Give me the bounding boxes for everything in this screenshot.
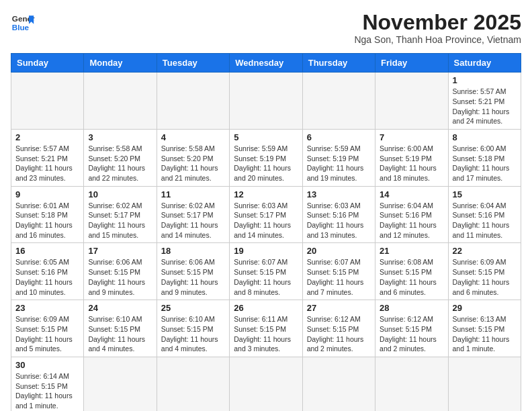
day-info: Sunrise: 6:07 AM Sunset: 5:15 PM Dayligh…: [234, 257, 298, 297]
day-number: 16: [15, 246, 79, 256]
calendar-cell: [230, 357, 302, 411]
calendar-cell: 20Sunrise: 6:07 AM Sunset: 5:15 PM Dayli…: [302, 243, 375, 300]
calendar-cell: 18Sunrise: 6:06 AM Sunset: 5:15 PM Dayli…: [157, 243, 229, 300]
day-number: 22: [453, 246, 517, 256]
calendar-cell: 21Sunrise: 6:08 AM Sunset: 5:15 PM Dayli…: [375, 243, 448, 300]
day-info: Sunrise: 6:02 AM Sunset: 5:17 PM Dayligh…: [88, 201, 152, 240]
day-number: 19: [234, 246, 298, 256]
day-number: 24: [88, 303, 152, 313]
calendar-week-row: 30Sunrise: 6:14 AM Sunset: 5:15 PM Dayli…: [11, 357, 521, 411]
day-of-week-header: Sunday: [11, 54, 84, 73]
day-of-week-header: Tuesday: [157, 54, 229, 73]
day-number: 21: [380, 246, 443, 256]
day-info: Sunrise: 6:09 AM Sunset: 5:15 PM Dayligh…: [15, 314, 79, 354]
day-of-week-header: Saturday: [448, 54, 521, 73]
calendar-cell: 22Sunrise: 6:09 AM Sunset: 5:15 PM Dayli…: [448, 243, 521, 300]
day-info: Sunrise: 6:01 AM Sunset: 5:18 PM Dayligh…: [15, 201, 79, 240]
day-number: 7: [380, 132, 443, 142]
day-of-week-header: Friday: [375, 54, 448, 73]
calendar-cell: [84, 73, 157, 130]
day-info: Sunrise: 6:14 AM Sunset: 5:15 PM Dayligh…: [15, 371, 79, 411]
calendar-cell: 6Sunrise: 5:59 AM Sunset: 5:19 PM Daylig…: [302, 129, 375, 186]
day-number: 17: [88, 246, 152, 256]
day-info: Sunrise: 5:59 AM Sunset: 5:19 PM Dayligh…: [307, 144, 371, 183]
calendar-cell: 11Sunrise: 6:02 AM Sunset: 5:17 PM Dayli…: [157, 186, 229, 243]
day-info: Sunrise: 6:12 AM Sunset: 5:15 PM Dayligh…: [307, 314, 371, 354]
day-number: 2: [15, 132, 79, 142]
calendar-cell: 12Sunrise: 6:03 AM Sunset: 5:17 PM Dayli…: [230, 186, 302, 243]
calendar-cell: 26Sunrise: 6:11 AM Sunset: 5:15 PM Dayli…: [230, 300, 302, 357]
day-number: 3: [88, 132, 152, 142]
calendar-cell: [302, 73, 375, 130]
day-info: Sunrise: 5:58 AM Sunset: 5:20 PM Dayligh…: [88, 144, 152, 183]
location-subtitle: Nga Son, Thanh Hoa Province, Vietnam: [354, 34, 521, 45]
day-number: 11: [161, 189, 225, 199]
calendar-cell: [157, 357, 229, 411]
calendar-cell: 28Sunrise: 6:12 AM Sunset: 5:15 PM Dayli…: [375, 300, 448, 357]
day-number: 8: [453, 132, 517, 142]
day-number: 30: [15, 360, 79, 370]
day-info: Sunrise: 6:13 AM Sunset: 5:15 PM Dayligh…: [453, 314, 517, 354]
day-info: Sunrise: 6:03 AM Sunset: 5:16 PM Dayligh…: [307, 201, 371, 240]
day-info: Sunrise: 6:00 AM Sunset: 5:18 PM Dayligh…: [453, 144, 517, 183]
calendar-week-row: 1Sunrise: 5:57 AM Sunset: 5:21 PM Daylig…: [11, 73, 521, 130]
day-info: Sunrise: 6:04 AM Sunset: 5:16 PM Dayligh…: [453, 201, 517, 240]
calendar-cell: [302, 357, 375, 411]
calendar-cell: 4Sunrise: 5:58 AM Sunset: 5:20 PM Daylig…: [157, 129, 229, 186]
day-number: 14: [380, 189, 443, 199]
day-number: 6: [307, 132, 371, 142]
calendar-cell: [157, 73, 229, 130]
day-info: Sunrise: 6:02 AM Sunset: 5:17 PM Dayligh…: [161, 201, 225, 240]
calendar-week-row: 9Sunrise: 6:01 AM Sunset: 5:18 PM Daylig…: [11, 186, 521, 243]
calendar-cell: 7Sunrise: 6:00 AM Sunset: 5:19 PM Daylig…: [375, 129, 448, 186]
day-info: Sunrise: 6:08 AM Sunset: 5:15 PM Dayligh…: [380, 257, 443, 297]
day-number: 9: [15, 189, 79, 199]
calendar-cell: 3Sunrise: 5:58 AM Sunset: 5:20 PM Daylig…: [84, 129, 157, 186]
day-number: 28: [380, 303, 443, 313]
calendar-cell: [448, 357, 521, 411]
day-info: Sunrise: 6:04 AM Sunset: 5:16 PM Dayligh…: [380, 201, 443, 240]
day-info: Sunrise: 6:12 AM Sunset: 5:15 PM Dayligh…: [380, 314, 443, 354]
day-info: Sunrise: 5:57 AM Sunset: 5:21 PM Dayligh…: [15, 144, 79, 183]
day-number: 1: [453, 75, 517, 85]
day-info: Sunrise: 6:10 AM Sunset: 5:15 PM Dayligh…: [88, 314, 152, 354]
calendar-cell: 27Sunrise: 6:12 AM Sunset: 5:15 PM Dayli…: [302, 300, 375, 357]
day-number: 26: [234, 303, 298, 313]
day-number: 29: [453, 303, 517, 313]
calendar-cell: 10Sunrise: 6:02 AM Sunset: 5:17 PM Dayli…: [84, 186, 157, 243]
calendar-cell: 16Sunrise: 6:05 AM Sunset: 5:16 PM Dayli…: [11, 243, 84, 300]
day-number: 5: [234, 132, 298, 142]
calendar-cell: 17Sunrise: 6:06 AM Sunset: 5:15 PM Dayli…: [84, 243, 157, 300]
calendar-cell: [375, 73, 448, 130]
calendar-header-row: SundayMondayTuesdayWednesdayThursdayFrid…: [11, 54, 521, 73]
day-info: Sunrise: 6:06 AM Sunset: 5:15 PM Dayligh…: [161, 257, 225, 297]
calendar-cell: 14Sunrise: 6:04 AM Sunset: 5:16 PM Dayli…: [375, 186, 448, 243]
day-number: 15: [453, 189, 517, 199]
title-block: November 2025 Nga Son, Thanh Hoa Provinc…: [354, 11, 521, 45]
day-info: Sunrise: 5:58 AM Sunset: 5:20 PM Dayligh…: [161, 144, 225, 183]
day-number: 27: [307, 303, 371, 313]
calendar-cell: 30Sunrise: 6:14 AM Sunset: 5:15 PM Dayli…: [11, 357, 84, 411]
day-info: Sunrise: 5:59 AM Sunset: 5:19 PM Dayligh…: [234, 144, 298, 183]
calendar-cell: [375, 357, 448, 411]
logo: General Blue: [11, 11, 35, 35]
day-of-week-header: Thursday: [302, 54, 375, 73]
day-of-week-header: Wednesday: [230, 54, 302, 73]
day-info: Sunrise: 6:03 AM Sunset: 5:17 PM Dayligh…: [234, 201, 298, 240]
day-info: Sunrise: 5:57 AM Sunset: 5:21 PM Dayligh…: [453, 87, 517, 126]
page-header: General Blue November 2025 Nga Son, Than…: [11, 11, 521, 45]
calendar-cell: 1Sunrise: 5:57 AM Sunset: 5:21 PM Daylig…: [448, 73, 521, 130]
month-title: November 2025: [354, 11, 521, 34]
calendar-week-row: 23Sunrise: 6:09 AM Sunset: 5:15 PM Dayli…: [11, 300, 521, 357]
calendar-cell: 23Sunrise: 6:09 AM Sunset: 5:15 PM Dayli…: [11, 300, 84, 357]
day-number: 13: [307, 189, 371, 199]
day-info: Sunrise: 6:07 AM Sunset: 5:15 PM Dayligh…: [307, 257, 371, 297]
svg-text:Blue: Blue: [12, 23, 30, 32]
calendar-week-row: 16Sunrise: 6:05 AM Sunset: 5:16 PM Dayli…: [11, 243, 521, 300]
day-number: 20: [307, 246, 371, 256]
calendar-cell: 2Sunrise: 5:57 AM Sunset: 5:21 PM Daylig…: [11, 129, 84, 186]
day-number: 25: [161, 303, 225, 313]
day-info: Sunrise: 6:11 AM Sunset: 5:15 PM Dayligh…: [234, 314, 298, 354]
calendar-cell: 9Sunrise: 6:01 AM Sunset: 5:18 PM Daylig…: [11, 186, 84, 243]
calendar-table: SundayMondayTuesdayWednesdayThursdayFrid…: [11, 53, 521, 411]
